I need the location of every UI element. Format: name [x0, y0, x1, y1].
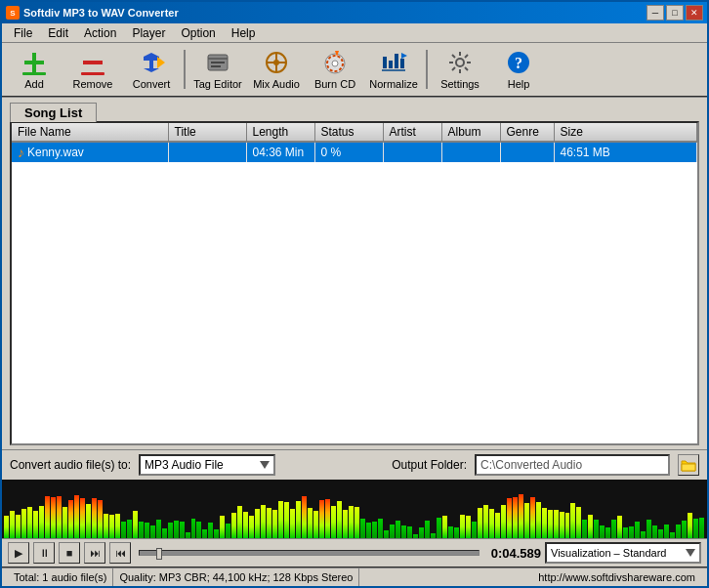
col-length[interactable]: Length: [246, 123, 314, 142]
viz-bar: [162, 528, 167, 538]
song-list-tab[interactable]: Song List: [10, 103, 97, 122]
remove-button[interactable]: Remove: [64, 45, 121, 94]
viz-bar: [331, 506, 336, 538]
viz-bar: [507, 498, 512, 538]
viz-bar: [249, 516, 254, 538]
convert-button[interactable]: Convert: [123, 45, 180, 94]
viz-bar: [524, 503, 529, 538]
tag-editor-button[interactable]: Tag Editor: [189, 45, 246, 94]
viz-bar: [483, 505, 488, 538]
col-size[interactable]: Size: [554, 123, 697, 142]
viz-bar: [145, 523, 149, 538]
menu-help[interactable]: Help: [224, 24, 264, 42]
viz-bar: [220, 516, 225, 538]
browse-folder-button[interactable]: [678, 454, 699, 476]
viz-bar: [437, 518, 441, 538]
seek-bar[interactable]: [139, 550, 480, 556]
col-album[interactable]: Album: [441, 123, 500, 142]
viz-bar: [237, 506, 242, 538]
cell-artist: [383, 142, 441, 162]
output-folder-input[interactable]: [475, 454, 670, 476]
menu-edit[interactable]: Edit: [40, 24, 76, 42]
viz-bar: [489, 509, 494, 538]
next-button[interactable]: ⏭: [84, 542, 105, 564]
viz-bar: [226, 524, 230, 538]
cell-album: [441, 142, 500, 162]
normalize-button[interactable]: Normalize: [365, 45, 422, 94]
menu-file[interactable]: File: [6, 24, 40, 42]
viz-bar: [139, 522, 144, 538]
viz-bar: [570, 503, 575, 538]
viz-bar: [104, 514, 108, 538]
col-status[interactable]: Status: [314, 123, 383, 142]
help-button[interactable]: ? Help: [490, 45, 547, 94]
viz-bar: [80, 498, 85, 538]
stop-button[interactable]: ■: [59, 542, 80, 564]
viz-select[interactable]: Visualization – Standard Visualization –…: [545, 542, 701, 564]
minimize-button[interactable]: ─: [646, 5, 664, 21]
help-icon: ?: [505, 49, 532, 76]
status-total: Total: 1 audio file(s): [8, 568, 113, 586]
format-select[interactable]: MP3 Audio File WAV Audio File OGG Audio …: [139, 454, 275, 476]
burn-cd-button[interactable]: Burn CD: [307, 45, 363, 94]
viz-bar: [45, 496, 50, 538]
viz-bar: [86, 504, 91, 538]
cell-filename: ♪ Kenny.wav: [12, 142, 168, 162]
viz-bar: [168, 523, 173, 538]
viz-bar: [501, 505, 506, 538]
viz-bar: [325, 499, 330, 538]
normalize-label: Normalize: [369, 78, 418, 90]
svg-marker-5: [157, 57, 165, 68]
play-button[interactable]: ▶: [8, 542, 29, 564]
viz-bar: [302, 496, 307, 538]
viz-bar: [542, 508, 547, 538]
menu-action[interactable]: Action: [76, 24, 124, 42]
viz-bar: [191, 519, 196, 538]
menu-option[interactable]: Option: [173, 24, 223, 42]
cell-size: 46:51 MB: [554, 142, 697, 162]
viz-bar: [121, 522, 126, 538]
add-button[interactable]: Add: [6, 45, 63, 94]
viz-bar: [594, 520, 599, 538]
viz-bar: [372, 522, 377, 538]
add-icon: [21, 49, 48, 76]
mix-audio-button[interactable]: Mix Audio: [248, 45, 305, 94]
viz-bar: [688, 513, 692, 538]
maximize-button[interactable]: □: [666, 5, 684, 21]
viz-bar: [682, 521, 687, 538]
viz-bar: [133, 511, 138, 538]
menu-bar: File Edit Action Player Option Help: [2, 23, 707, 43]
settings-label: Settings: [440, 78, 480, 90]
viz-bar: [208, 523, 213, 538]
settings-button[interactable]: Settings: [432, 45, 488, 94]
svg-rect-3: [83, 61, 103, 64]
viz-bar: [4, 516, 9, 538]
table-row[interactable]: ♪ Kenny.wav 04:36 Min 0 % 46:51 MB: [12, 142, 697, 162]
remove-label: Remove: [73, 78, 113, 90]
menu-player[interactable]: Player: [124, 24, 173, 42]
close-button[interactable]: ✕: [686, 5, 703, 21]
svg-line-31: [452, 67, 455, 70]
pause-button[interactable]: ⏸: [33, 542, 55, 564]
svg-rect-20: [400, 59, 404, 68]
col-filename[interactable]: File Name: [12, 123, 168, 142]
svg-rect-9: [211, 65, 221, 67]
tag-editor-icon: [204, 49, 231, 76]
col-title[interactable]: Title: [168, 123, 246, 142]
viz-bar: [360, 519, 365, 538]
song-list-table-container[interactable]: File Name Title Length Status Artist Alb…: [10, 121, 699, 445]
prev-button[interactable]: ⏮: [109, 542, 131, 564]
viz-bar: [390, 525, 395, 538]
viz-bar: [68, 500, 73, 538]
viz-bar: [10, 511, 15, 538]
window-controls: ─ □ ✕: [646, 5, 703, 21]
col-genre[interactable]: Genre: [500, 123, 554, 142]
viz-bar: [319, 500, 324, 538]
viz-bar: [33, 511, 38, 538]
viz-bar: [560, 512, 564, 538]
cell-title: [168, 142, 246, 162]
col-artist[interactable]: Artist: [383, 123, 441, 142]
convert-label: Convert audio file(s) to:: [10, 458, 131, 472]
remove-icon: [79, 49, 106, 76]
viz-bar: [186, 532, 190, 538]
